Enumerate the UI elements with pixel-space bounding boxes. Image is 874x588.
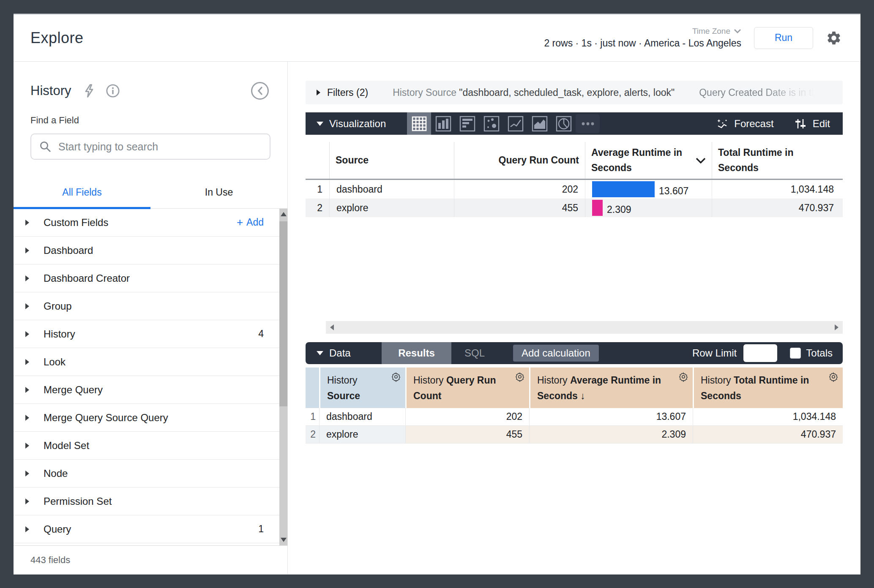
scatter-icon: [483, 116, 500, 132]
visualization-expander[interactable]: Visualization: [306, 118, 397, 130]
row-number: 1: [306, 408, 319, 425]
viz-type-table-button[interactable]: [407, 112, 431, 135]
filter-query-created-date[interactable]: Query Created Date is in th: [699, 87, 817, 98]
cell-query-run-count[interactable]: 455: [454, 199, 585, 217]
scroll-left-icon[interactable]: [330, 324, 334, 330]
tab-in-use[interactable]: In Use: [150, 177, 287, 208]
cell-total-runtime[interactable]: 470.937: [693, 426, 843, 443]
viz-col-query-run-count[interactable]: Query Run Count: [454, 142, 585, 179]
caret-right-icon: [25, 275, 29, 281]
row-number: 2: [306, 426, 319, 443]
pie-chart-icon: [556, 116, 572, 132]
cell-query-run-count[interactable]: 202: [454, 180, 585, 199]
scroll-right-icon[interactable]: [835, 324, 838, 330]
viz-type-bar-chart-button[interactable]: [455, 112, 479, 135]
caret-right-icon: [25, 498, 29, 504]
row-limit-label: Row Limit: [692, 347, 737, 359]
viz-type-line-chart-button[interactable]: [503, 112, 527, 135]
cell-history-source[interactable]: explore: [319, 426, 405, 443]
field-group-query[interactable]: Query 1: [14, 515, 287, 543]
viz-col-total-runtime[interactable]: Total Runtime in Seconds: [712, 142, 841, 179]
row-number: 1: [306, 180, 329, 199]
viz-type-more-button[interactable]: [576, 114, 600, 133]
run-button[interactable]: Run: [754, 27, 813, 49]
totals-checkbox[interactable]: [790, 348, 801, 359]
bar-segment: [592, 181, 655, 197]
cell-query-run-count[interactable]: 455: [405, 426, 529, 443]
scrollbar-thumb[interactable]: [279, 221, 287, 406]
filters-expander[interactable]: Filters (2): [317, 87, 368, 98]
totals-label: Totals: [806, 347, 833, 359]
collapse-panel-button[interactable]: [251, 82, 269, 100]
find-a-field-label: Find a Field: [30, 115, 287, 126]
field-group-permission-set[interactable]: Permission Set: [14, 487, 287, 515]
data-col-total-runtime[interactable]: History Total Runtime in Seconds: [693, 368, 843, 408]
field-group-history[interactable]: History 4: [14, 320, 287, 348]
cell-source[interactable]: explore: [329, 199, 454, 217]
field-group-group[interactable]: Group: [14, 292, 287, 320]
filter-history-source[interactable]: History Source "dashboard, scheduled_tas…: [393, 87, 675, 98]
column-gear-icon[interactable]: [391, 372, 401, 382]
cell-query-run-count[interactable]: 202: [405, 408, 529, 425]
viz-type-column-chart-button[interactable]: [431, 112, 455, 135]
edit-sliders-icon: [794, 117, 807, 130]
horizontal-scrollbar[interactable]: [326, 321, 843, 334]
cell-source[interactable]: dashboard: [329, 180, 454, 199]
cell-average-runtime[interactable]: 2.309: [529, 426, 693, 443]
field-group-model-set[interactable]: Model Set: [14, 432, 287, 460]
settings-gear-icon[interactable]: [826, 30, 842, 46]
cell-average-runtime[interactable]: 13.607: [529, 408, 693, 425]
bar-chart-icon: [459, 116, 475, 132]
line-chart-icon: [508, 116, 524, 132]
data-expander[interactable]: Data: [306, 347, 382, 359]
data-col-query-run-count[interactable]: History Query Run Count: [405, 368, 529, 408]
viz-col-average-runtime[interactable]: Average Runtime in Seconds: [585, 142, 712, 179]
field-group-look[interactable]: Look: [14, 348, 287, 376]
field-picker-panel: History Find a Field All Fields In Use: [14, 62, 288, 574]
caret-right-icon: [25, 443, 29, 449]
cell-total-runtime[interactable]: 1,034.148: [712, 180, 841, 199]
top-bar: Explore Time Zone 2 rows · 1s · just now…: [14, 14, 860, 62]
cell-total-runtime[interactable]: 1,034.148: [693, 408, 843, 425]
viz-col-source[interactable]: Source: [329, 142, 454, 179]
search-input[interactable]: [58, 141, 262, 153]
field-group-dashboard[interactable]: Dashboard: [14, 237, 287, 264]
viz-type-area-chart-button[interactable]: [527, 112, 552, 135]
forecast-button[interactable]: Forecast: [716, 117, 773, 130]
timezone-dropdown[interactable]: Time Zone: [692, 27, 741, 36]
tab-all-fields[interactable]: All Fields: [14, 177, 150, 208]
visualization-table: Source Query Run Count Average Runtime i…: [306, 142, 843, 217]
scroll-up-icon[interactable]: [281, 212, 287, 216]
scroll-down-icon[interactable]: [281, 538, 287, 542]
edit-viz-button[interactable]: Edit: [794, 117, 830, 130]
sidebar-scrollbar[interactable]: [279, 209, 287, 545]
field-group-node[interactable]: Node: [14, 460, 287, 487]
field-group-merge-query-source-query[interactable]: Merge Query Source Query: [14, 404, 287, 432]
column-gear-icon[interactable]: [678, 372, 688, 382]
cell-average-runtime[interactable]: 13.607: [585, 180, 712, 199]
viz-type-pie-chart-button[interactable]: [552, 112, 576, 135]
row-limit-input[interactable]: [743, 344, 777, 362]
column-gear-icon[interactable]: [515, 372, 525, 382]
tab-sql[interactable]: SQL: [451, 342, 498, 364]
cell-average-runtime[interactable]: 2.309: [585, 199, 712, 217]
add-calculation-button[interactable]: Add calculation: [513, 345, 599, 362]
tab-results[interactable]: Results: [382, 342, 451, 364]
data-col-average-runtime[interactable]: History Average Runtime in Seconds ↓: [529, 368, 693, 408]
data-table-row: 2 explore 455 2.309 470.937: [306, 426, 843, 444]
cell-history-source[interactable]: dashboard: [319, 408, 405, 425]
cell-total-runtime[interactable]: 470.937: [712, 199, 841, 217]
data-col-rownum: [306, 368, 319, 408]
field-group-custom-fields[interactable]: Custom Fields +Add: [14, 209, 287, 237]
field-group-dashboard-creator[interactable]: Dashboard Creator: [14, 264, 287, 292]
column-gear-icon[interactable]: [828, 372, 838, 382]
results-data-table: History Source History Query Run Count H…: [306, 368, 843, 444]
viz-table-row: 2 explore 455 2.309 470.937: [306, 199, 843, 217]
field-group-merge-query[interactable]: Merge Query: [14, 376, 287, 404]
data-table-row: 1 dashboard 202 13.607 1,034.148: [306, 408, 843, 426]
add-custom-field-button[interactable]: +Add: [237, 216, 264, 229]
info-icon[interactable]: [106, 84, 120, 98]
search-field[interactable]: [30, 133, 270, 160]
data-col-history-source[interactable]: History Source: [319, 368, 405, 408]
viz-type-scatter-button[interactable]: [479, 112, 503, 135]
